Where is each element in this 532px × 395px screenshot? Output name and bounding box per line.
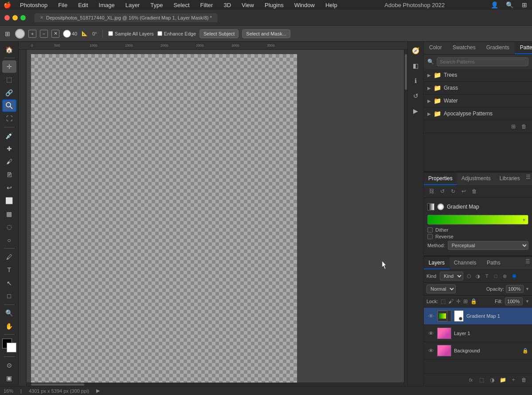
- eyedropper-tool[interactable]: 💉: [2, 130, 16, 142]
- blend-mode-select[interactable]: Normal: [426, 284, 456, 293]
- marquee-tool[interactable]: ⬚: [2, 74, 16, 86]
- filter-smart-icon[interactable]: ⊛: [501, 272, 509, 280]
- props-link-icon[interactable]: ⛓: [427, 187, 436, 196]
- pen-tool[interactable]: 🖊: [2, 251, 16, 263]
- minimize-button[interactable]: [12, 15, 18, 20]
- delete-layer-icon[interactable]: 🗑: [520, 375, 528, 384]
- enhance-edge-checkbox[interactable]: [157, 31, 162, 36]
- create-group-icon[interactable]: 📁: [498, 375, 507, 384]
- horizontal-scrollbar[interactable]: [27, 383, 404, 386]
- layer-visibility-icon[interactable]: 👁: [427, 312, 434, 320]
- subtract-selection-icon[interactable]: −: [40, 30, 48, 38]
- reverse-checkbox[interactable]: [427, 234, 433, 239]
- layers-menu-icon[interactable]: ☰: [523, 257, 532, 266]
- zoom-tool[interactable]: 🔍: [2, 307, 16, 319]
- layer-item-layer1[interactable]: 👁 Layer 1: [424, 325, 532, 342]
- lock-pixels-icon[interactable]: 🖌: [448, 298, 454, 304]
- new-layer-icon[interactable]: +: [509, 375, 518, 384]
- hand-tool[interactable]: ✋: [2, 320, 16, 332]
- tab-color[interactable]: Color: [424, 42, 447, 54]
- add-mask-icon[interactable]: ⬚: [477, 375, 486, 384]
- tab-gradients[interactable]: Gradients: [481, 42, 515, 54]
- background-color[interactable]: [7, 343, 16, 352]
- history-brush-tool[interactable]: ↩: [2, 182, 16, 194]
- layer-item-background[interactable]: 👁 Background 🔒: [424, 342, 532, 359]
- select-subject-button[interactable]: Select Subject: [200, 29, 239, 38]
- opacity-chevron-icon[interactable]: ▼: [525, 287, 529, 291]
- document-tab[interactable]: ✕ Depositphotos_518717440_XL.jpg @ 16% (…: [35, 13, 217, 22]
- shape-tool[interactable]: □: [2, 290, 16, 302]
- quick-selection-icon[interactable]: ⊞: [4, 30, 12, 38]
- delete-pattern-icon[interactable]: 🗑: [520, 122, 528, 131]
- method-select[interactable]: Perceptual Saturation Luminosity: [448, 241, 528, 250]
- path-selection-tool[interactable]: ↖: [2, 277, 16, 289]
- tab-libraries[interactable]: Libraries: [495, 173, 524, 185]
- pattern-group-apocalypse[interactable]: ▶ 📁 Apocalypse Patterns: [424, 107, 532, 120]
- lock-transparency-icon[interactable]: ⬚: [441, 298, 446, 304]
- search-icon[interactable]: 🔍: [505, 1, 513, 9]
- select-mask-button[interactable]: Select and Mask...: [242, 29, 290, 38]
- layer-item-gradient-map[interactable]: 👁 Gradient Map 1: [424, 308, 532, 325]
- menu-file[interactable]: File: [56, 2, 69, 8]
- props-reset-icon[interactable]: ↩: [459, 187, 468, 196]
- arrange-icon[interactable]: ⊞: [520, 1, 528, 9]
- add-adjustment-icon[interactable]: ◑: [488, 375, 497, 384]
- fullscreen-button[interactable]: [20, 15, 26, 20]
- lock-all-icon[interactable]: 🔒: [470, 298, 477, 304]
- lasso-tool[interactable]: 🔗: [2, 87, 16, 99]
- eraser-tool[interactable]: ⬜: [2, 195, 16, 207]
- filter-adjustment-icon[interactable]: ◑: [474, 272, 482, 280]
- tab-properties[interactable]: Properties: [424, 173, 457, 185]
- gradient-bar[interactable]: ▼: [427, 215, 528, 225]
- info-icon[interactable]: ℹ: [410, 75, 422, 87]
- quick-selection-tool[interactable]: [2, 99, 16, 111]
- actions-icon[interactable]: ▶: [410, 105, 422, 117]
- props-redo-icon[interactable]: ↻: [449, 187, 458, 196]
- tab-patterns[interactable]: Patterns: [515, 42, 532, 54]
- canvas-content[interactable]: [27, 50, 407, 386]
- patterns-search-input[interactable]: [437, 57, 528, 66]
- fill-input[interactable]: [505, 297, 523, 305]
- intersect-selection-icon[interactable]: ✕: [51, 30, 59, 38]
- layer-visibility-icon[interactable]: 👁: [427, 347, 434, 354]
- navigator-icon[interactable]: 🧭: [410, 44, 422, 57]
- filter-pixel-icon[interactable]: ⬡: [465, 272, 473, 280]
- layers-icon[interactable]: ◧: [410, 59, 422, 72]
- text-tool[interactable]: T: [2, 264, 16, 276]
- menu-layer[interactable]: Layer: [124, 2, 142, 8]
- vertical-scrollbar[interactable]: [404, 50, 407, 386]
- layer-visibility-icon[interactable]: 👁: [427, 330, 434, 337]
- add-to-selection-icon[interactable]: +: [28, 30, 36, 38]
- color-picker[interactable]: [2, 339, 16, 352]
- menu-filter[interactable]: Filter: [199, 2, 215, 8]
- mask-mode-tool[interactable]: ⊙: [2, 359, 16, 371]
- gradient-tool[interactable]: ▦: [2, 208, 16, 220]
- tab-paths[interactable]: Paths: [481, 257, 506, 269]
- screen-mode-tool[interactable]: ▣: [2, 372, 16, 384]
- kind-select[interactable]: Kind: [440, 272, 463, 280]
- tool-mode-icon[interactable]: [15, 29, 25, 39]
- healing-tool[interactable]: ✚: [2, 142, 16, 154]
- close-button[interactable]: [4, 15, 10, 20]
- layer-fx-icon[interactable]: fx: [466, 375, 475, 384]
- fill-chevron-icon[interactable]: ▼: [525, 299, 529, 304]
- sample-all-layers-checkbox[interactable]: [108, 31, 113, 36]
- apple-menu[interactable]: 🍎: [4, 1, 11, 8]
- menu-edit[interactable]: Edit: [76, 2, 90, 8]
- tab-layers[interactable]: Layers: [424, 257, 450, 269]
- status-arrow-icon[interactable]: ▶: [96, 388, 100, 394]
- sample-all-layers-control[interactable]: Sample All Layers: [108, 31, 154, 36]
- h-scrollbar-thumb[interactable]: [31, 383, 84, 386]
- menu-plugins[interactable]: Plugins: [263, 2, 286, 8]
- brush-tool[interactable]: 🖌: [2, 156, 16, 168]
- tab-channels[interactable]: Channels: [450, 257, 481, 269]
- pattern-group-water[interactable]: ▶ 📁 Water: [424, 95, 532, 107]
- enhance-edge-control[interactable]: Enhance Edge: [157, 31, 196, 36]
- filter-shape-icon[interactable]: □: [492, 272, 500, 280]
- account-icon[interactable]: 👤: [490, 1, 498, 9]
- lock-artboard-icon[interactable]: ⊞: [463, 298, 468, 304]
- tab-swatches[interactable]: Swatches: [447, 42, 481, 54]
- pattern-group-grass[interactable]: ▶ 📁 Grass: [424, 82, 532, 95]
- dither-checkbox[interactable]: [427, 227, 433, 233]
- filter-type-icon[interactable]: T: [483, 272, 491, 280]
